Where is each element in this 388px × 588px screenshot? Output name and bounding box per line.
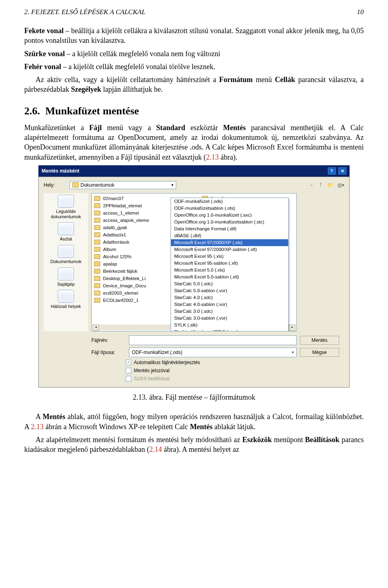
filetype-option[interactable]: StarCalc 3.0 (.sdc) — [171, 308, 288, 315]
back-icon[interactable]: ← — [310, 182, 314, 188]
save-button[interactable]: Mentés — [300, 336, 339, 345]
views-icon[interactable]: ▤▾ — [337, 182, 344, 188]
cancel-button[interactable]: Mégse — [300, 348, 339, 357]
figure-caption: 2.13. ábra. Fájl mentése – fájlformátumo… — [24, 392, 364, 402]
filetype-option[interactable]: Microsoft Excel 97/2000/XP (.xls) — [171, 239, 288, 246]
place-icon — [58, 290, 74, 303]
filetype-combo[interactable]: ODF-munkafüzet (.ods) — [129, 348, 297, 357]
filename-label: Fájlnév: — [91, 337, 126, 343]
dialog-titlebar[interactable]: Mentés másként ? ✕ — [38, 165, 350, 177]
filetype-option[interactable]: Microsoft Excel 5.0 (.xls) — [171, 267, 288, 274]
checkbox-icon: ✓ — [126, 360, 131, 365]
places-bar: Legutóbbi dokumentumokAsztalDokumentumok… — [44, 193, 88, 331]
term-fekete: Fekete vonal — [24, 27, 64, 35]
place-label: Dokumentumok — [50, 259, 81, 264]
filetype-option[interactable]: Microsoft Excel 5.0-sablon (.xlt) — [171, 274, 288, 280]
auto-extension-check[interactable]: ✓ Automatikus fájlnévkiterjesztés — [126, 360, 344, 365]
up-icon[interactable]: 🡑 — [318, 182, 323, 188]
para-aktivecella: Az aktív cella, vagy a kijelölt cellatar… — [24, 75, 364, 95]
checkbox-icon — [126, 368, 131, 373]
filter-settings-check: Szűrő beállításai — [126, 376, 344, 381]
places-item[interactable]: Legutóbbi dokumentumok — [44, 195, 88, 219]
filetype-option[interactable]: StarCalc 3.0-sablon (.vor) — [171, 315, 288, 322]
filetype-option[interactable]: SYLK (.slk) — [171, 322, 288, 329]
para-munkafuzet: Munkafüzetünket a Fájl menü vagy a Stand… — [24, 123, 364, 162]
filetype-option[interactable]: StarCalc 4.0 (.sdc) — [171, 294, 288, 301]
para-mentes-ablak: A Mentés ablak, attól függően, hogy mily… — [24, 412, 364, 432]
place-icon — [58, 268, 74, 280]
run-head-left: 2. FEJEZET. ELSŐ LÉPÉSEK A CALCKAL — [24, 8, 146, 16]
save-as-dialog: Mentés másként ? ✕ Hely: Dokumentumok ▾ … — [38, 165, 350, 388]
filetype-option[interactable]: ODF-munkafüzetsablon (.ots) — [171, 205, 288, 212]
filetype-option[interactable]: OpenOffice.org 1.0-munkafüzet (.sxc) — [171, 212, 288, 219]
places-item[interactable]: Dokumentumok — [50, 245, 81, 264]
dialog-title: Mentés másként — [42, 168, 79, 174]
file-list-pane[interactable]: 02marc07favorites2PPfeladat_elemeiek_ele… — [91, 193, 297, 331]
chevron-down-icon: ▾ — [171, 183, 173, 187]
places-item[interactable]: Hálózati helyek — [51, 290, 81, 309]
filetype-option[interactable]: Microsoft Excel 95 (.xls) — [171, 253, 288, 260]
filetype-option[interactable]: StarCalc 4.0-sablon (.vor) — [171, 301, 288, 308]
filetype-option[interactable]: dBASE (.dbf) — [171, 232, 288, 239]
page-number: 10 — [357, 8, 364, 16]
place-label: Sajátgép — [57, 282, 74, 287]
filetype-option[interactable]: StarCalc 5.0-sablon (.vor) — [171, 287, 288, 294]
place-label: Hálózati helyek — [51, 304, 81, 309]
ref-2-13[interactable]: 2.13 — [206, 153, 219, 161]
help-icon[interactable]: ? — [328, 167, 336, 175]
filetype-option[interactable]: Microsoft Excel 95-sablon (.xlt) — [171, 260, 288, 267]
para-feher: Fehér vonal – a kijelölt cellák megfelel… — [24, 62, 364, 72]
places-item[interactable]: Sajátgép — [57, 268, 74, 287]
checkbox-icon — [126, 376, 131, 381]
location-combo[interactable]: Dokumentumok ▾ — [70, 181, 176, 189]
filename-input[interactable] — [129, 335, 297, 345]
para-eszkozok: Az alapértelmezett mentési formátum és m… — [24, 435, 364, 455]
place-icon — [58, 245, 74, 258]
running-head: 2. FEJEZET. ELSŐ LÉPÉSEK A CALCKAL 10 — [24, 8, 364, 16]
scroll-right-icon[interactable]: ▸ — [289, 325, 295, 331]
places-item[interactable]: Asztal — [58, 222, 74, 242]
close-icon[interactable]: ✕ — [338, 167, 346, 175]
filetype-option[interactable]: StarCalc 5.0 (.sdc) — [171, 280, 288, 287]
filetype-dropdown[interactable]: ODF-munkafüzet (.ods)ODF-munkafüzetsablo… — [171, 198, 289, 331]
ref-2-13b[interactable]: 2.13 — [31, 423, 44, 431]
filetype-option[interactable]: Strukturált szöveg (CSV) (.csv) — [171, 329, 288, 331]
place-icon — [58, 222, 74, 235]
para-szurke: Szürke vonal – a kijelölt cellák megfele… — [24, 49, 364, 59]
section-heading: 2.6. Munkafüzet mentése — [24, 105, 364, 117]
filetype-option[interactable]: OpenOffice.org 1.0-munkafüzetsablon (.st… — [171, 219, 288, 226]
ref-2-14[interactable]: 2.14 — [149, 445, 162, 453]
term-feher: Fehér vonal — [24, 63, 61, 71]
term-szurke: Szürke vonal — [24, 50, 65, 58]
filetype-option[interactable]: ODF-munkafüzet (.ods) — [171, 198, 288, 205]
place-label: Asztal — [60, 236, 72, 242]
password-check[interactable]: Mentés jelszóval — [126, 368, 344, 373]
location-label: Hely: — [44, 182, 61, 188]
folder-icon — [72, 182, 79, 188]
filetype-label: Fájl típusa: — [91, 350, 126, 355]
scroll-left-icon[interactable]: ◂ — [93, 325, 99, 331]
filetype-option[interactable]: Microsoft Excel 97/2000/XP-sablon (.xlt) — [171, 246, 288, 253]
new-folder-icon[interactable]: 📁 — [327, 182, 333, 188]
place-label: Legutóbbi dokumentumok — [44, 209, 88, 219]
para-fekete: Fekete vonal – beállítja a kijelölt cell… — [24, 26, 364, 46]
filetype-option[interactable]: Data Interchange Format (.dif) — [171, 226, 288, 232]
place-icon — [58, 195, 74, 208]
